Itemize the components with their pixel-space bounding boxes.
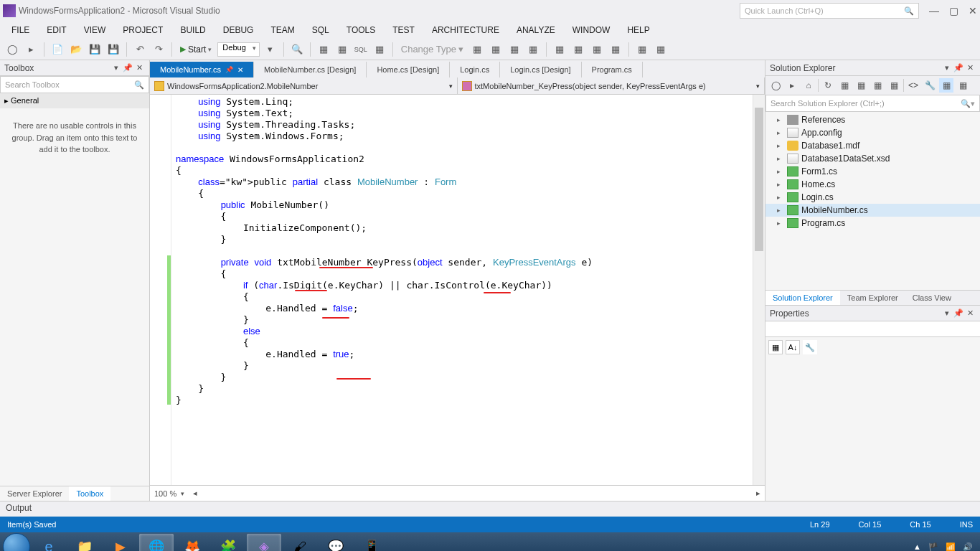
sol-dropdown-icon[interactable]: ▾ bbox=[941, 63, 953, 72]
properties-object-combo[interactable] bbox=[765, 321, 980, 337]
save-button[interactable]: 💾 bbox=[87, 42, 103, 57]
menu-edit[interactable]: EDIT bbox=[39, 23, 73, 37]
expand-icon[interactable]: ▸ bbox=[777, 116, 784, 123]
doc-tab[interactable]: Program.cs bbox=[582, 62, 643, 77]
tree-item[interactable]: ▸Login.cs bbox=[765, 191, 980, 204]
start-button[interactable] bbox=[3, 533, 30, 551]
sol-prev-button[interactable]: ▦ bbox=[887, 78, 901, 93]
tree-item[interactable]: ▸Database1DataSet.xsd bbox=[765, 152, 980, 165]
tray-wifi-icon[interactable]: 📶 bbox=[946, 542, 956, 552]
sol-close-icon[interactable]: ✕ bbox=[964, 63, 976, 72]
sol-back-button[interactable]: ◯ bbox=[768, 78, 783, 93]
toolbox-close-icon[interactable]: ✕ bbox=[133, 63, 145, 72]
prop-close-icon[interactable]: ✕ bbox=[964, 309, 976, 318]
task-ie[interactable]: e bbox=[32, 534, 66, 551]
tb-j[interactable]: ▦ bbox=[653, 42, 669, 57]
tray-volume-icon[interactable]: 🔊 bbox=[963, 542, 973, 552]
navigate-fwd-button[interactable]: ▸ bbox=[23, 42, 39, 57]
expand-icon[interactable]: ▸ bbox=[777, 142, 784, 149]
toolbox-general-group[interactable]: ▸ General bbox=[0, 93, 149, 108]
menu-analyze[interactable]: ANALYZE bbox=[509, 23, 562, 37]
tb-e[interactable]: ▦ bbox=[552, 42, 567, 57]
sql-button[interactable]: SQL bbox=[353, 42, 369, 57]
prop-alpha-button[interactable]: A↓ bbox=[786, 340, 800, 354]
menu-project[interactable]: PROJECT bbox=[116, 23, 170, 37]
quick-launch-input[interactable]: Quick Launch (Ctrl+Q) 🔍 bbox=[740, 3, 919, 19]
menu-team[interactable]: TEAM bbox=[263, 23, 301, 37]
menu-debug[interactable]: DEBUG bbox=[216, 23, 261, 37]
sol-showall-button[interactable]: ▦ bbox=[854, 78, 868, 93]
tab-server-explorer[interactable]: Server Explorer bbox=[0, 486, 69, 501]
system-tray[interactable]: ▲ 🏴 📶 🔊 bbox=[913, 542, 977, 552]
prop-dropdown-icon[interactable]: ▾ bbox=[941, 309, 953, 318]
tb-f[interactable]: ▦ bbox=[570, 42, 586, 57]
sol-fwd-button[interactable]: ▸ bbox=[785, 78, 799, 93]
menu-architecture[interactable]: ARCHITECTURE bbox=[425, 23, 507, 37]
sol-home-button[interactable]: ⌂ bbox=[801, 78, 816, 93]
output-panel-header[interactable]: Output bbox=[0, 501, 980, 517]
doc-tab[interactable]: MobileNumber.cs📌✕ bbox=[150, 62, 254, 77]
menu-tools[interactable]: TOOLS bbox=[339, 23, 382, 37]
sol-collapse-button[interactable]: ▦ bbox=[837, 78, 852, 93]
doc-tab[interactable]: Home.cs [Design] bbox=[367, 62, 450, 77]
tb-i[interactable]: ▦ bbox=[634, 42, 650, 57]
sol-refresh-button[interactable]: ↻ bbox=[821, 78, 835, 93]
sol-b-button[interactable]: ▦ bbox=[956, 78, 970, 93]
tree-item[interactable]: ▸Database1.mdf bbox=[765, 139, 980, 152]
start-debug-button[interactable]: ▶ Start ▾ bbox=[177, 44, 215, 55]
find-button[interactable]: 🔍 bbox=[289, 42, 305, 57]
platform-combo[interactable]: ▾ bbox=[263, 42, 278, 57]
new-project-button[interactable]: 📄 bbox=[50, 42, 65, 57]
menu-file[interactable]: FILE bbox=[4, 23, 37, 37]
prop-categorized-button[interactable]: ▦ bbox=[768, 340, 783, 354]
toolbox-search-input[interactable]: Search Toolbox 🔍 bbox=[0, 76, 149, 93]
tb-d[interactable]: ▦ bbox=[525, 42, 541, 57]
sol-pin-icon[interactable]: 📌 bbox=[953, 63, 964, 72]
task-media[interactable]: ▶ bbox=[103, 534, 138, 551]
tab-team-explorer[interactable]: Team Explorer bbox=[840, 291, 905, 305]
sol-a-button[interactable]: ▦ bbox=[939, 78, 953, 93]
menu-test[interactable]: TEST bbox=[385, 23, 422, 37]
close-icon[interactable]: ✕ bbox=[237, 66, 243, 74]
task-chrome[interactable]: 🌐 bbox=[139, 534, 174, 551]
tree-item[interactable]: ▸Form1.cs bbox=[765, 165, 980, 178]
expand-icon[interactable]: ▸ bbox=[777, 155, 784, 162]
tree-item[interactable]: ▸References bbox=[765, 113, 980, 126]
pin-icon[interactable]: 📌 bbox=[225, 66, 233, 73]
sol-code-button[interactable]: <> bbox=[906, 78, 920, 93]
task-explorer[interactable]: 📁 bbox=[67, 534, 102, 551]
expand-icon[interactable]: ▸ bbox=[777, 181, 784, 188]
maximize-button[interactable]: ▢ bbox=[949, 5, 958, 17]
menu-window[interactable]: WINDOW bbox=[565, 23, 618, 37]
minimize-button[interactable]: — bbox=[929, 5, 939, 17]
tree-item[interactable]: ▸App.config bbox=[765, 126, 980, 139]
tree-item[interactable]: ▸Program.cs bbox=[765, 217, 980, 230]
doc-tab[interactable]: MobileNumber.cs [Design] bbox=[254, 62, 367, 77]
expand-icon[interactable]: ▸ bbox=[777, 194, 784, 201]
tab-class-view[interactable]: Class View bbox=[905, 291, 958, 305]
change-type-combo[interactable]: Change Type ▾ bbox=[398, 42, 467, 57]
expand-icon[interactable]: ▸ bbox=[777, 220, 784, 227]
menu-help[interactable]: HELP bbox=[620, 23, 656, 37]
close-button[interactable]: ✕ bbox=[969, 5, 977, 17]
db-button[interactable]: ▦ bbox=[316, 42, 331, 57]
tb-b[interactable]: ▦ bbox=[488, 42, 504, 57]
windows-taskbar[interactable]: e 📁 ▶ 🌐 🦊 🧩 ◈ 🖌 💬 📱 ▲ 🏴 📶 🔊 bbox=[0, 532, 980, 551]
solution-tree[interactable]: ▸References▸App.config▸Database1.mdf▸Dat… bbox=[765, 112, 980, 290]
toolbox-pin-icon[interactable]: 📌 bbox=[122, 63, 133, 72]
tray-flag-icon[interactable]: ▲ bbox=[913, 542, 921, 551]
sol-design-button[interactable]: 🔧 bbox=[923, 78, 937, 93]
menu-view[interactable]: VIEW bbox=[77, 23, 113, 37]
menu-sql[interactable]: SQL bbox=[305, 23, 336, 37]
nav-member-combo[interactable]: txtMobileNumber_KeyPress(object sender, … bbox=[458, 77, 765, 94]
tree-item[interactable]: ▸MobileNumber.cs bbox=[765, 204, 980, 217]
prop-pin-icon[interactable]: 📌 bbox=[953, 309, 964, 318]
expand-icon[interactable]: ▸ bbox=[777, 207, 784, 214]
task-firefox[interactable]: 🦊 bbox=[175, 534, 209, 551]
save-all-button[interactable]: 💾 bbox=[105, 42, 121, 57]
db2-button[interactable]: ▦ bbox=[334, 42, 350, 57]
solution-search-input[interactable]: Search Solution Explorer (Ctrl+;) 🔍▾ bbox=[765, 95, 980, 112]
db3-button[interactable]: ▦ bbox=[372, 42, 387, 57]
task-visual-studio[interactable]: ◈ bbox=[247, 534, 281, 551]
expand-icon[interactable]: ▸ bbox=[777, 168, 784, 175]
